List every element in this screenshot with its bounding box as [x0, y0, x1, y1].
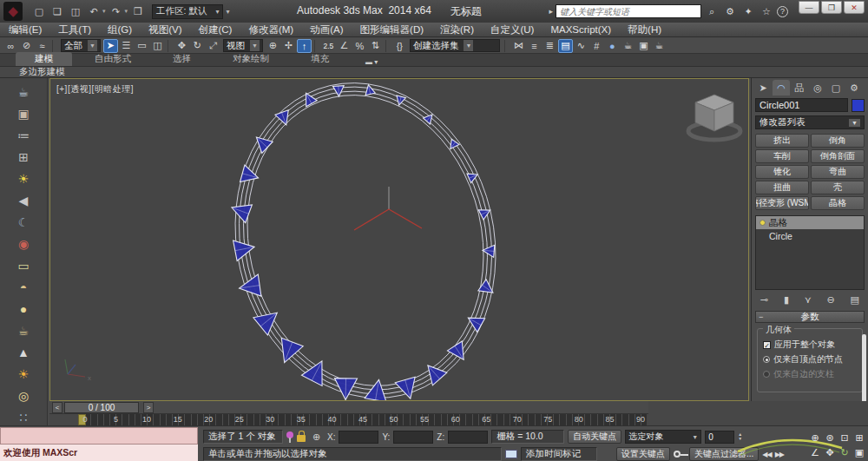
- workspace-flyout-icon[interactable]: ▾: [226, 8, 229, 16]
- modifier-button[interactable]: 扭曲: [755, 181, 809, 194]
- ribbon-tab-modeling[interactable]: 建模: [16, 52, 72, 66]
- align-icon[interactable]: ≡: [527, 39, 542, 53]
- zoom-extents-icon[interactable]: ⊡: [838, 431, 852, 445]
- menu-item-views[interactable]: 视图(V): [148, 23, 181, 36]
- modifier-button[interactable]: 锥化: [755, 165, 809, 179]
- selection-lock-icon[interactable]: [297, 435, 306, 442]
- next-frame-icon[interactable]: >: [143, 402, 154, 413]
- modifier-button[interactable]: 挤出: [755, 134, 809, 148]
- frame-spinner[interactable]: ▲▼: [738, 432, 742, 441]
- time-slider-grip[interactable]: 0 / 100: [64, 402, 139, 413]
- configure-modifier-sets-icon[interactable]: ▤: [851, 294, 859, 306]
- menu-item-edit[interactable]: 编辑(E): [9, 23, 42, 36]
- communication-center-icon[interactable]: ✦: [740, 4, 756, 18]
- add-time-tag[interactable]: 添加时间标记: [521, 447, 597, 461]
- rectangular-selection-region-icon[interactable]: ▭: [135, 39, 149, 53]
- undo-icon[interactable]: ↶: [86, 4, 102, 18]
- modifier-button[interactable]: 壳: [811, 181, 865, 194]
- material-editor-icon[interactable]: ●: [605, 39, 620, 53]
- render-production-icon[interactable]: ☕: [652, 39, 667, 53]
- modifier-list-dropdown[interactable]: 修改器列表 ▼: [755, 115, 865, 129]
- app-logo-icon[interactable]: ◆: [3, 2, 23, 21]
- pin-stack-icon[interactable]: ⊸: [760, 294, 768, 306]
- selection-filter-dropdown[interactable]: 全部▼: [61, 39, 101, 52]
- tab-hierarchy-icon[interactable]: 品: [791, 80, 808, 95]
- tab-modify-icon[interactable]: ◠: [773, 80, 790, 95]
- menu-item-tools[interactable]: 工具(T): [58, 23, 91, 36]
- set-keys-icon[interactable]: [674, 451, 681, 458]
- joints-from-vertices-radio[interactable]: [763, 356, 770, 363]
- tab-display-icon[interactable]: ▢: [827, 80, 845, 95]
- ribbon-tab-freeform[interactable]: 自由形式: [76, 52, 150, 66]
- redo-dropdown-icon[interactable]: ▾: [125, 8, 128, 15]
- graphite-ribbon-toggle-icon[interactable]: ▤: [558, 39, 573, 53]
- absolute-offset-mode-icon[interactable]: ⊕: [309, 430, 324, 444]
- go-to-end-icon[interactable]: ▶▶: [775, 451, 784, 458]
- new-file-icon[interactable]: ▢: [31, 4, 47, 18]
- object-color-swatch[interactable]: [852, 99, 865, 112]
- layer-manager-icon[interactable]: ≣: [542, 39, 557, 53]
- curve-editor-icon[interactable]: ∿: [574, 39, 589, 53]
- tab-utilities-icon[interactable]: ⚙: [845, 80, 863, 95]
- zoom-extents-all-icon[interactable]: ⊞: [852, 431, 866, 445]
- window-crossing-icon[interactable]: ◫: [150, 39, 165, 53]
- keyboard-override-icon[interactable]: ↑: [297, 39, 312, 53]
- render-presets-icon[interactable]: ⊞: [10, 147, 36, 168]
- remove-modifier-icon[interactable]: ⊖: [827, 294, 835, 306]
- menu-item-modifiers[interactable]: 修改器(M): [248, 23, 293, 36]
- menu-item-create[interactable]: 创建(C): [198, 23, 232, 36]
- mirror-icon[interactable]: ⋈: [511, 39, 526, 53]
- make-unique-icon[interactable]: ⋎: [805, 294, 812, 306]
- tab-motion-icon[interactable]: ◎: [809, 80, 826, 95]
- maxscript-mini-listener[interactable]: 欢迎使用 MAXScr: [0, 427, 198, 461]
- viewport-label-menu[interactable]: [+][透视][明暗处理]: [56, 83, 134, 95]
- select-and-scale-icon[interactable]: ⤢: [206, 39, 220, 53]
- parameters-rollout[interactable]: − 参数: [755, 311, 865, 323]
- menu-item-graph-editors[interactable]: 图形编辑器(D): [360, 23, 424, 36]
- modifier-onoff-bulb-icon[interactable]: [760, 220, 766, 226]
- y-coordinate-field[interactable]: [393, 431, 433, 444]
- hemisphere-icon[interactable]: ◓: [10, 277, 36, 298]
- current-frame-field[interactable]: 0: [705, 431, 734, 444]
- previous-frame-icon[interactable]: <: [52, 402, 62, 413]
- modifier-button[interactable]: 倒角剖面: [811, 149, 865, 163]
- close-icon[interactable]: ✕: [844, 1, 865, 14]
- select-object-icon[interactable]: ➤: [103, 39, 118, 53]
- workspace-dropdown[interactable]: 工作区: 默认 ▾: [152, 4, 223, 19]
- modifier-button[interactable]: 倒角: [811, 134, 865, 148]
- help-icon[interactable]: ?: [777, 6, 788, 17]
- orbit-icon[interactable]: ↻: [838, 445, 852, 459]
- modifier-button[interactable]: 弯曲: [811, 165, 865, 179]
- rendered-frame-icon[interactable]: ▣: [636, 39, 651, 53]
- project-folder-icon[interactable]: ❒: [130, 4, 146, 18]
- menu-item-animation[interactable]: 动画(A): [310, 23, 343, 36]
- ribbon-tab-populate[interactable]: 填充: [292, 52, 348, 66]
- object-name-field[interactable]: Circle001: [755, 98, 848, 112]
- key-filters-button[interactable]: 关键点过滤器...: [689, 447, 759, 461]
- set-key-button[interactable]: 设置关键点: [616, 447, 670, 461]
- track-bar[interactable]: 051015202530354045505560657075808590: [78, 414, 647, 425]
- x-coordinate-field[interactable]: [339, 431, 378, 444]
- tab-create-icon[interactable]: ➤: [754, 80, 772, 95]
- perspective-viewport[interactable]: x [+][透视][明暗处理]: [49, 78, 749, 401]
- camera-icon[interactable]: ◉: [10, 234, 36, 254]
- reference-coordsys-dropdown[interactable]: 视图▼: [223, 39, 263, 52]
- polygon-modeling-panel[interactable]: 多边形建模: [19, 66, 65, 78]
- apply-entire-object-checkbox[interactable]: ✓: [763, 341, 771, 349]
- auto-key-button[interactable]: 自动关键点: [568, 430, 621, 444]
- sound-icon[interactable]: ◀: [10, 190, 36, 211]
- viewport-canvas[interactable]: x: [50, 79, 748, 400]
- menu-item-help[interactable]: 帮助(H): [628, 23, 661, 36]
- schematic-view-icon[interactable]: #: [589, 39, 604, 53]
- search-flyout-icon[interactable]: ▸: [549, 7, 553, 16]
- moon-icon[interactable]: ☾: [10, 212, 36, 233]
- ribbon-minimize-icon[interactable]: ▬ ▾: [360, 58, 383, 66]
- select-and-rotate-icon[interactable]: ↻: [190, 39, 205, 53]
- percent-snap-icon[interactable]: %: [352, 39, 367, 53]
- modifier-button[interactable]: 路径变形 (WSM): [755, 196, 809, 210]
- subscription-key-icon[interactable]: ⚙: [722, 4, 738, 18]
- bind-to-space-warp-icon[interactable]: ≈: [35, 39, 49, 53]
- save-file-icon[interactable]: ◫: [68, 4, 83, 18]
- go-to-start-icon[interactable]: ◀◀: [762, 451, 771, 458]
- use-pivot-center-icon[interactable]: ⊕: [266, 39, 280, 53]
